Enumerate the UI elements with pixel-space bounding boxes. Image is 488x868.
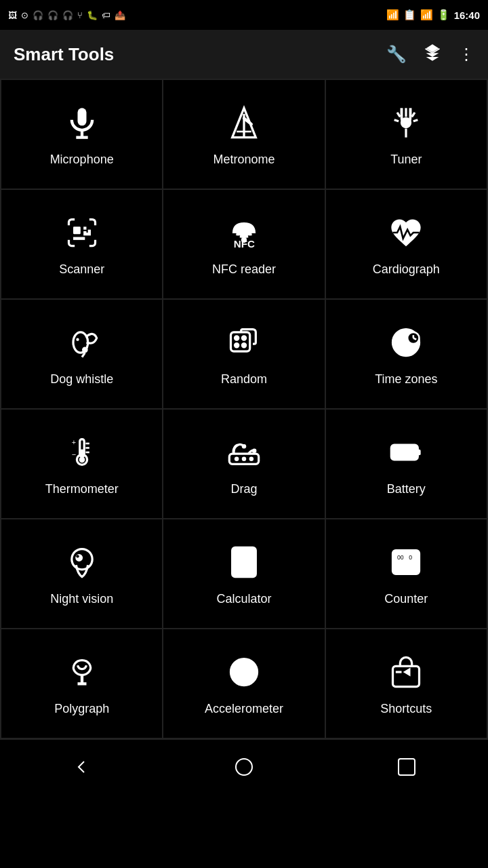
svg-point-64 <box>237 561 240 565</box>
svg-point-42 <box>79 456 85 462</box>
android-icon1: 🎧 <box>33 10 43 20</box>
svg-rect-85 <box>393 666 420 686</box>
night-vision-icon <box>64 545 100 583</box>
svg-point-68 <box>242 568 245 571</box>
battery-tool-icon <box>388 435 424 473</box>
svg-point-50 <box>242 456 247 461</box>
night-vision-label: Night vision <box>50 592 113 606</box>
grid-item-nfc[interactable]: NFC NFC reader <box>163 190 324 298</box>
grid-item-time-zones[interactable]: Time zones <box>326 300 487 408</box>
svg-rect-55 <box>418 449 421 455</box>
home-button[interactable] <box>217 747 271 787</box>
grid-item-calculator[interactable]: Calculator <box>163 519 324 628</box>
time-zones-icon <box>388 325 424 363</box>
svg-point-53 <box>252 448 257 453</box>
polygraph-icon <box>64 654 100 692</box>
signal-icon: 📶 <box>420 9 433 21</box>
grid-item-shortcuts[interactable]: Shortcuts <box>326 629 487 738</box>
svg-rect-17 <box>83 226 86 229</box>
svg-point-27 <box>76 338 79 340</box>
status-bar: 🖼 ⊙ 🎧 🎧 🎧 ⑂ 🐛 🏷 📤 📶 📋 📶 🔋 16:40 <box>0 0 488 30</box>
svg-line-10 <box>412 112 415 117</box>
svg-text:00: 00 <box>397 553 404 560</box>
svg-rect-20 <box>87 229 90 232</box>
tools-grid: Microphone Metronome <box>0 79 488 739</box>
grid-item-night-vision[interactable]: Night vision <box>1 519 162 628</box>
tuner-icon <box>388 105 424 143</box>
scanner-label: Scanner <box>59 262 104 277</box>
metronome-label: Metronome <box>213 153 274 167</box>
svg-text:−: − <box>71 450 75 458</box>
svg-point-80 <box>239 667 248 676</box>
shortcuts-label: Shortcuts <box>380 702 432 716</box>
store-icon: 🏷 <box>102 10 110 20</box>
grid-item-battery[interactable]: Battery <box>326 410 487 518</box>
cardiograph-icon <box>388 215 424 253</box>
microphone-label: Microphone <box>50 153 114 167</box>
polygraph-label: Polygraph <box>54 702 109 716</box>
svg-rect-0 <box>77 108 86 125</box>
svg-point-25 <box>82 347 88 353</box>
calculator-label: Calculator <box>216 592 271 606</box>
svg-point-60 <box>75 554 83 561</box>
svg-point-65 <box>242 561 245 565</box>
svg-rect-63 <box>235 550 253 556</box>
svg-point-61 <box>76 555 79 557</box>
svg-point-51 <box>249 456 254 461</box>
battery-icon: 🔋 <box>437 9 450 21</box>
grid-item-random[interactable]: Random <box>163 300 324 408</box>
svg-line-9 <box>397 112 400 117</box>
usb-icon: ⑂ <box>77 10 83 20</box>
more-options-icon[interactable]: ⋮ <box>458 45 474 64</box>
grid-item-dog-whistle[interactable]: Dog whistle <box>1 300 162 408</box>
status-icons-left: 🖼 ⊙ 🎧 🎧 🎧 ⑂ 🐛 🏷 📤 <box>8 10 125 20</box>
grid-item-thermometer[interactable]: + − Thermometer <box>1 410 162 518</box>
svg-point-30 <box>242 336 245 339</box>
svg-rect-28 <box>230 332 249 351</box>
svg-text:0: 0 <box>409 553 413 560</box>
svg-rect-21 <box>73 237 85 239</box>
app-title: Smart Tools <box>14 44 114 65</box>
grid-item-polygraph[interactable]: Polygraph <box>1 629 162 738</box>
metronome-icon <box>226 105 262 143</box>
thermometer-icon: + − <box>64 435 100 473</box>
grid-item-drag[interactable]: Drag <box>163 410 324 518</box>
svg-point-67 <box>237 568 240 571</box>
upload-icon: 📤 <box>115 10 125 20</box>
scanner-icon <box>64 215 100 253</box>
svg-point-31 <box>235 343 239 347</box>
drag-icon <box>226 435 262 473</box>
svg-line-12 <box>413 119 418 121</box>
recent-button[interactable] <box>380 747 434 787</box>
nfc-label: NFC reader <box>212 262 276 277</box>
microphone-icon <box>64 105 100 143</box>
random-label: Random <box>221 372 267 387</box>
grid-item-cardiograph[interactable]: Cardiograph <box>326 190 487 298</box>
svg-rect-88 <box>399 759 415 775</box>
grid-item-counter[interactable]: 00 0 Counter <box>326 519 487 628</box>
thermometer-label: Thermometer <box>45 482 119 496</box>
sim-icon: 📋 <box>403 9 416 21</box>
grid-item-metronome[interactable]: Metronome <box>163 80 324 189</box>
record-icon: ⊙ <box>21 10 28 20</box>
grid-item-microphone[interactable]: Microphone <box>1 80 162 189</box>
android-icon2: 🎧 <box>47 10 58 20</box>
svg-point-52 <box>242 444 247 449</box>
grid-item-accelerometer[interactable]: Accelerometer <box>163 629 324 738</box>
photo-icon: 🖼 <box>8 10 17 20</box>
tuner-label: Tuner <box>390 153 422 167</box>
accelerometer-icon <box>226 654 262 692</box>
svg-point-32 <box>242 343 245 347</box>
bug-icon: 🐛 <box>87 10 98 20</box>
calculator-icon <box>226 545 262 583</box>
grid-item-scanner[interactable]: Scanner <box>1 190 162 298</box>
bottom-nav <box>0 739 488 793</box>
grid-item-tuner[interactable]: Tuner <box>326 80 487 189</box>
wrench-icon[interactable]: 🔧 <box>386 45 407 64</box>
dog-whistle-label: Dog whistle <box>50 372 113 387</box>
svg-point-87 <box>236 759 252 775</box>
back-button[interactable] <box>54 747 108 787</box>
top-bar: Smart Tools 🔧 ⋮ <box>0 30 488 79</box>
toolbar-actions: 🔧 ⋮ <box>386 43 474 66</box>
navigation-icon[interactable] <box>423 43 442 66</box>
